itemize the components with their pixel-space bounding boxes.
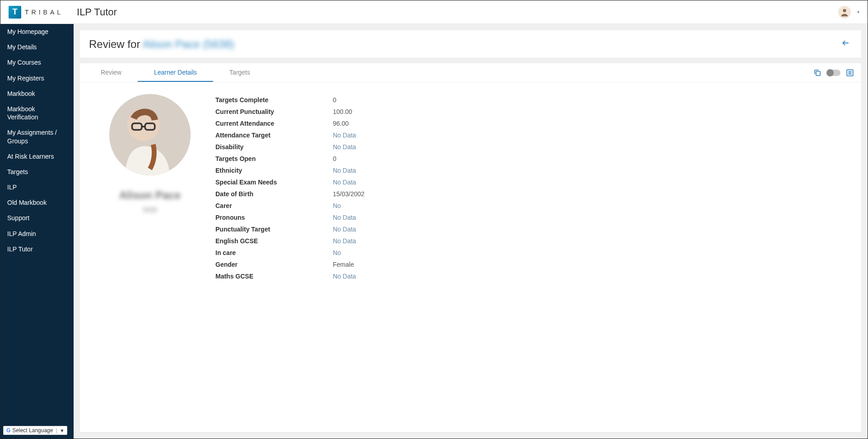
detail-label: In care xyxy=(215,249,333,256)
detail-row: English GCSENo Data xyxy=(215,235,532,247)
detail-label: Current Punctuality xyxy=(215,108,333,115)
page-title-learner-link[interactable]: Alison Pace (5638) xyxy=(143,38,234,50)
avatar-icon xyxy=(840,7,849,17)
main-content: Review for Alison Pace (5638) ReviewLear… xyxy=(74,24,868,439)
learner-details-list: Targets Complete0Current Punctuality100.… xyxy=(215,94,532,282)
detail-row: Special Exam NeedsNo Data xyxy=(215,176,532,188)
learner-name: Alison Pace xyxy=(93,189,206,202)
google-g-icon: G xyxy=(6,427,10,434)
detail-value: No xyxy=(333,202,341,209)
sidebar-item[interactable]: Markbook xyxy=(0,86,74,101)
detail-value: 0 xyxy=(333,96,336,104)
detail-row: EthnicityNo Data xyxy=(215,165,532,176)
photo-placeholder-icon xyxy=(109,94,191,175)
detail-row: Date of Birth15/03/2002 xyxy=(215,188,532,200)
learner-photo-column: Alison Pace 5638 xyxy=(93,94,206,282)
detail-label: Attendance Target xyxy=(215,132,333,139)
detail-value: No xyxy=(333,249,341,256)
user-avatar[interactable] xyxy=(838,6,851,19)
sidebar-item[interactable]: Markbook Verification xyxy=(0,101,74,125)
detail-row: CarerNo xyxy=(215,200,532,212)
detail-row: Targets Open0 xyxy=(215,153,532,165)
user-menu-caret-icon[interactable]: ▾ xyxy=(857,9,859,14)
sidebar-item[interactable]: ILP Admin xyxy=(0,226,74,241)
language-label: Select Language xyxy=(12,427,53,434)
detail-label: Disability xyxy=(215,143,333,151)
detail-label: Ethnicity xyxy=(215,167,333,174)
tab[interactable]: Learner Details xyxy=(138,63,213,82)
detail-label: Current Attendance xyxy=(215,120,333,127)
detail-row: Attendance TargetNo Data xyxy=(215,129,532,141)
learner-code: 5638 xyxy=(93,206,206,213)
detail-value: Female xyxy=(333,261,354,268)
detail-value: No Data xyxy=(333,179,356,186)
page-title-card: Review for Alison Pace (5638) xyxy=(80,30,861,58)
detail-label: Gender xyxy=(215,261,333,268)
brand-logo[interactable]: T TRIBAL xyxy=(9,6,63,19)
detail-row: Targets Complete0 xyxy=(215,94,532,106)
language-caret-icon: ▼ xyxy=(60,428,65,433)
sidebar-item[interactable]: My Courses xyxy=(0,55,74,70)
copy-icon xyxy=(813,69,821,77)
list-view-button[interactable] xyxy=(843,69,857,77)
detail-label: Punctuality Target xyxy=(215,226,333,233)
sidebar-item[interactable]: Old Markbook xyxy=(0,195,74,210)
brand-text: TRIBAL xyxy=(25,9,63,16)
svg-point-0 xyxy=(843,9,846,12)
detail-row: Current Attendance96.00 xyxy=(215,118,532,129)
detail-row: Punctuality TargetNo Data xyxy=(215,223,532,235)
sidebar-item[interactable]: ILP xyxy=(0,179,74,195)
sidebar-item[interactable]: My Assignments / Groups xyxy=(0,125,74,148)
detail-value: 0 xyxy=(333,155,336,162)
back-button[interactable] xyxy=(840,37,852,52)
sidebar-item[interactable]: At Risk Learners xyxy=(0,149,74,164)
app-title: ILP Tutor xyxy=(77,6,117,18)
detail-label: Maths GCSE xyxy=(215,273,333,280)
detail-value: 100.00 xyxy=(333,108,352,115)
detail-label: Pronouns xyxy=(215,214,333,221)
sidebar-item[interactable]: My Details xyxy=(0,39,74,55)
tab-row: ReviewLearner DetailsTargets xyxy=(80,63,861,82)
sidebar-item[interactable]: ILP Tutor xyxy=(0,241,74,257)
detail-row: DisabilityNo Data xyxy=(215,141,532,153)
detail-label: Targets Complete xyxy=(215,96,333,104)
arrow-left-icon xyxy=(841,38,850,47)
detail-value: No Data xyxy=(333,273,356,280)
sidebar: My HomepageMy DetailsMy CoursesMy Regist… xyxy=(0,24,74,439)
detail-label: Carer xyxy=(215,202,333,209)
detail-value: No Data xyxy=(333,132,356,139)
copy-button[interactable] xyxy=(811,69,824,77)
detail-label: Date of Birth xyxy=(215,190,333,198)
detail-value: No Data xyxy=(333,237,356,245)
details-card: ReviewLearner DetailsTargets xyxy=(80,63,861,432)
sidebar-item[interactable]: My Homepage xyxy=(0,24,74,39)
page-title: Review for Alison Pace (5638) xyxy=(89,38,234,51)
detail-label: Targets Open xyxy=(215,155,333,162)
detail-value: No Data xyxy=(333,167,356,174)
view-toggle[interactable] xyxy=(827,70,840,76)
detail-row: PronounsNo Data xyxy=(215,212,532,223)
detail-label: English GCSE xyxy=(215,237,333,245)
sidebar-item[interactable]: Targets xyxy=(0,164,74,179)
list-icon xyxy=(846,69,854,77)
svg-rect-1 xyxy=(816,71,820,76)
detail-row: Maths GCSENo Data xyxy=(215,270,532,282)
detail-label: Special Exam Needs xyxy=(215,179,333,186)
sidebar-item[interactable]: My Registers xyxy=(0,71,74,86)
detail-row: GenderFemale xyxy=(215,259,532,270)
learner-photo xyxy=(109,94,191,175)
detail-value: No Data xyxy=(333,226,356,233)
detail-value: No Data xyxy=(333,143,356,151)
sidebar-item[interactable]: Support xyxy=(0,210,74,226)
detail-value: 15/03/2002 xyxy=(333,190,364,198)
app-header: T TRIBAL ILP Tutor ▾ xyxy=(0,0,868,24)
detail-value: 96.00 xyxy=(333,120,349,127)
detail-row: In careNo xyxy=(215,247,532,259)
detail-row: Current Punctuality100.00 xyxy=(215,106,532,118)
tab[interactable]: Review xyxy=(84,63,138,82)
brand-mark: T xyxy=(9,6,21,19)
language-selector[interactable]: G Select Language | ▼ xyxy=(3,426,67,435)
detail-value: No Data xyxy=(333,214,356,221)
tab[interactable]: Targets xyxy=(213,63,266,82)
